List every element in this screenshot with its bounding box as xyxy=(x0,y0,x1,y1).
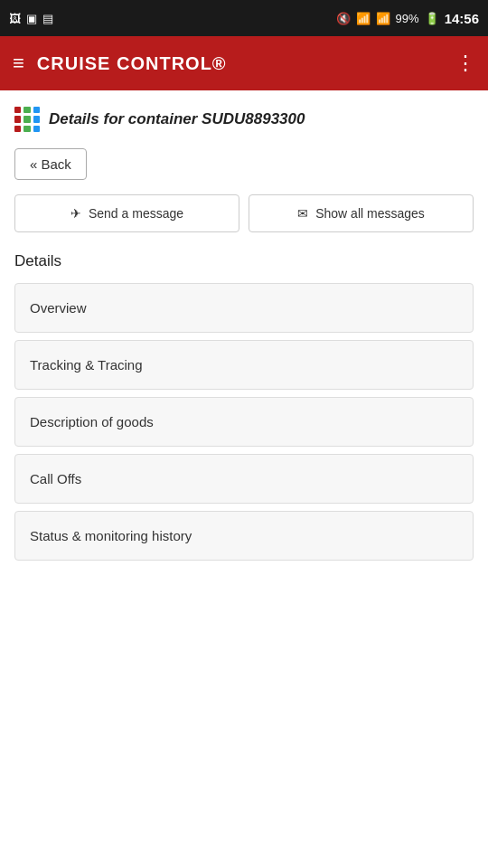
detail-item-description[interactable]: Description of goods xyxy=(14,397,474,447)
photo-icon: 🖼 xyxy=(9,12,21,25)
status-right-icons: 🔇 📶 📶 99% 🔋 14:56 xyxy=(336,11,479,26)
wifi-icon: 📶 xyxy=(356,12,371,25)
screen-icon: ▤ xyxy=(42,12,53,25)
status-left-icons: 🖼 ▣ ▤ xyxy=(9,12,53,25)
tracking-label: Tracking & Tracing xyxy=(30,357,143,373)
app-title: CRUISE CONTROL® xyxy=(37,53,227,74)
page-heading: Details for container SUDU8893300 xyxy=(14,107,474,132)
battery-percent: 99% xyxy=(396,12,419,25)
signal-icon: 📶 xyxy=(376,12,390,25)
container-id: SUDU8893300 xyxy=(202,110,305,127)
calloffs-label: Call Offs xyxy=(30,471,81,486)
show-messages-icon: ✉ xyxy=(297,206,308,221)
detail-list: Overview Tracking & Tracing Description … xyxy=(14,283,474,561)
show-all-messages-button[interactable]: ✉ Show all messages xyxy=(249,194,474,232)
show-all-messages-label: Show all messages xyxy=(315,206,425,221)
back-button[interactable]: « Back xyxy=(14,148,87,180)
hamburger-menu-icon[interactable]: ≡ xyxy=(13,52,24,75)
send-message-label: Send a message xyxy=(89,206,183,221)
status-bar: 🖼 ▣ ▤ 🔇 📶 📶 99% 🔋 14:56 xyxy=(0,0,488,36)
send-message-icon: ✈ xyxy=(70,206,81,221)
detail-item-overview[interactable]: Overview xyxy=(14,283,474,333)
grid-icon xyxy=(14,107,40,132)
status-history-label: Status & monitoring history xyxy=(30,528,192,543)
heading-prefix: Details for container xyxy=(49,110,202,127)
battery-icon: 🔋 xyxy=(425,12,439,25)
mute-icon: 🔇 xyxy=(336,12,351,25)
detail-item-status-history[interactable]: Status & monitoring history xyxy=(14,511,474,561)
app-bar: ≡ CRUISE CONTROL® ⋮ xyxy=(0,36,488,90)
app-bar-left: ≡ CRUISE CONTROL® xyxy=(13,52,227,75)
status-time: 14:56 xyxy=(445,11,479,26)
overview-label: Overview xyxy=(30,300,87,316)
sim-icon: ▣ xyxy=(26,12,37,25)
detail-item-tracking[interactable]: Tracking & Tracing xyxy=(14,340,474,390)
details-section-title: Details xyxy=(14,252,474,270)
send-message-button[interactable]: ✈ Send a message xyxy=(14,194,239,232)
detail-item-calloffs[interactable]: Call Offs xyxy=(14,454,474,504)
action-row: ✈ Send a message ✉ Show all messages xyxy=(14,194,474,232)
main-content: Details for container SUDU8893300 « Back… xyxy=(0,90,488,577)
heading-text: Details for container SUDU8893300 xyxy=(49,110,305,128)
more-options-icon[interactable]: ⋮ xyxy=(455,52,475,75)
description-label: Description of goods xyxy=(30,414,154,429)
